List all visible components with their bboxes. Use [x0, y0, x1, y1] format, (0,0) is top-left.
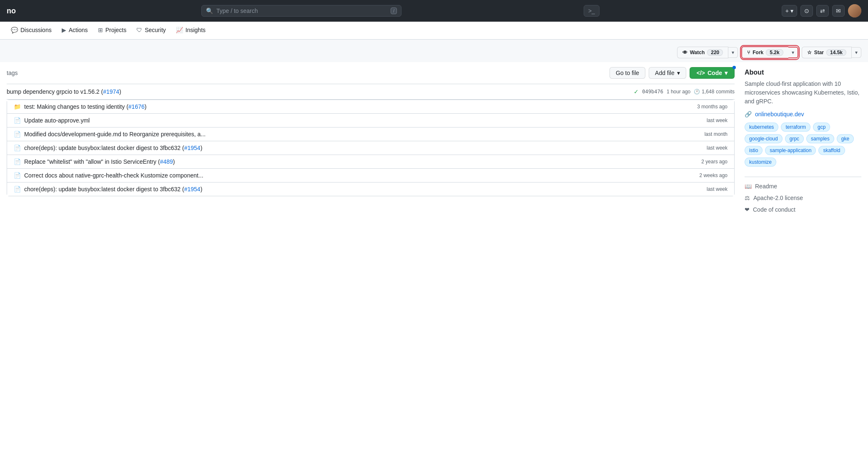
folder-icon: 📁 — [14, 103, 21, 110]
meta-section: 📖 Readme ⚖ Apache-2.0 license ❤ Code of … — [745, 180, 861, 215]
fork-icon: ⑂ — [747, 50, 750, 55]
repo-actions: 👁 Watch 220 ▾ ⑂ Fork 5.2k ▾ ☆ Star 14.5k… — [0, 40, 868, 62]
about-description: Sample cloud-first application with 10 m… — [745, 80, 861, 106]
tag-skaffold[interactable]: skaffold — [818, 146, 845, 155]
fork-label: Fork — [753, 50, 763, 55]
watch-arrow[interactable]: ▾ — [728, 47, 738, 58]
security-icon: 🛡 — [136, 27, 142, 33]
subnav-item-actions[interactable]: ▶ Actions — [58, 22, 92, 39]
star-button[interactable]: ☆ Star 14.5k — [802, 47, 852, 58]
commit-history[interactable]: 🕐 1,648 commits — [694, 89, 735, 95]
subnav-item-security[interactable]: 🛡 Security — [132, 22, 170, 39]
tag-kustomize[interactable]: kustomize — [745, 158, 776, 167]
terminal-button[interactable]: >_ — [584, 5, 600, 17]
file-toolbar: tags Go to file Add file ▾ </> Code ▾ — [7, 62, 735, 84]
tag-gcp[interactable]: gcp — [813, 122, 830, 132]
tags-container: kubernetes terraform gcp google-cloud gr… — [745, 122, 861, 167]
go-to-file-button[interactable]: Go to file — [610, 67, 645, 79]
commit-hash[interactable]: 049b476 — [642, 89, 663, 95]
tag-grpc[interactable]: grpc — [785, 134, 804, 143]
subnav-label-actions: Actions — [69, 27, 88, 33]
subnav-item-insights[interactable]: 📈 Insights — [172, 22, 210, 39]
file-name[interactable]: Modified docs/development-guide.md to Re… — [24, 131, 701, 138]
star-arrow[interactable]: ▾ — [852, 47, 861, 58]
main-content: tags Go to file Add file ▾ </> Code ▾ bu… — [0, 62, 868, 232]
subnav-item-discussions[interactable]: 💬 Discussions — [7, 22, 56, 39]
file-name[interactable]: test: Making changes to testing identity… — [24, 103, 694, 110]
subnav-item-projects[interactable]: ⊞ Projects — [94, 22, 131, 39]
pr-button[interactable]: ⇄ — [816, 5, 829, 17]
website-label: onlineboutique.dev — [755, 111, 804, 118]
fork-arrow[interactable]: ▾ — [788, 47, 798, 58]
file-name[interactable]: Replace "whitelist" with "allow" in Isti… — [24, 158, 698, 165]
file-name[interactable]: Correct docs about native-gprc-health-ch… — [24, 172, 696, 179]
subnav-label-security: Security — [145, 27, 166, 33]
website-link[interactable]: 🔗 onlineboutique.dev — [745, 111, 861, 118]
search-icon: 🔍 — [206, 8, 213, 14]
file-name[interactable]: chore(deps): update busybox:latest docke… — [24, 186, 703, 192]
commit-message: bump dependency grpcio to v1.56.2 (#1974… — [7, 88, 630, 95]
subnav-label-projects: Projects — [105, 27, 127, 33]
file-item: 📄 Modified docs/development-guide.md to … — [7, 128, 734, 141]
code-chevron: ▾ — [725, 70, 728, 76]
history-count: 1,648 — [702, 89, 714, 95]
star-count: 14.5k — [826, 49, 846, 56]
tag-google-cloud[interactable]: google-cloud — [745, 134, 783, 143]
file-pr-link[interactable]: #1676 — [128, 103, 145, 110]
search-bar[interactable]: 🔍 Type / to search / — [201, 5, 401, 17]
add-file-button[interactable]: Add file ▾ — [649, 67, 686, 79]
star-label: Star — [814, 50, 824, 55]
actions-icon: ▶ — [62, 27, 66, 33]
chevron-icon: ▾ — [790, 8, 793, 14]
watch-button[interactable]: 👁 Watch 220 — [677, 47, 729, 58]
history-icon: 🕐 — [694, 89, 700, 95]
history-label: commits — [716, 89, 735, 95]
file-pr-link[interactable]: #1954 — [184, 145, 201, 151]
header-actions: + ▾ ⊙ ⇄ ✉ — [782, 4, 861, 18]
tag-gke[interactable]: gke — [837, 134, 854, 143]
discussions-icon: 💬 — [11, 27, 18, 33]
avatar[interactable] — [848, 4, 861, 18]
readme-item[interactable]: 📖 Readme — [745, 180, 861, 192]
tags-label: tags — [7, 70, 18, 76]
new-button[interactable]: + ▾ — [782, 5, 797, 17]
watch-icon: 👁 — [682, 50, 687, 55]
issues-icon: ⊙ — [804, 8, 809, 14]
inbox-button[interactable]: ✉ — [832, 5, 845, 17]
fork-button[interactable]: ⑂ Fork 5.2k — [741, 46, 788, 59]
subnav-label-insights: Insights — [186, 27, 206, 33]
tag-terraform[interactable]: terraform — [781, 122, 810, 132]
tag-sample-application[interactable]: sample-application — [765, 146, 816, 155]
issues-button[interactable]: ⊙ — [800, 5, 813, 17]
search-text: Type / to search — [216, 8, 387, 14]
file-time: last week — [707, 118, 728, 123]
code-button[interactable]: </> Code ▾ — [690, 67, 735, 79]
file-icon: 📄 — [14, 145, 21, 151]
avatar-image — [848, 4, 861, 18]
coc-label: Code of conduct — [753, 206, 795, 213]
commit-row: bump dependency grpcio to v1.56.2 (#1974… — [7, 84, 735, 100]
watch-label: Watch — [690, 50, 705, 55]
code-notification-dot — [733, 66, 736, 69]
tag-istio[interactable]: istio — [745, 146, 763, 155]
header: no 🔍 Type / to search / >_ + ▾ ⊙ ⇄ ✉ — [0, 0, 868, 22]
code-of-conduct-item[interactable]: ❤ Code of conduct — [745, 204, 861, 215]
subnav: 💬 Discussions ▶ Actions ⊞ Projects 🛡 Sec… — [0, 22, 868, 40]
add-file-chevron: ▾ — [677, 70, 680, 76]
file-pr-link[interactable]: #489 — [160, 158, 173, 165]
file-name[interactable]: Update auto-approve.yml — [24, 117, 703, 124]
file-item: 📄 chore(deps): update busybox:latest doc… — [7, 141, 734, 155]
about-title: About — [745, 69, 861, 76]
readme-icon: 📖 — [745, 183, 752, 190]
tag-kubernetes[interactable]: kubernetes — [745, 122, 778, 132]
license-item[interactable]: ⚖ Apache-2.0 license — [745, 192, 861, 204]
watch-count: 220 — [707, 49, 723, 56]
sidebar: About Sample cloud-first application wit… — [745, 62, 861, 225]
file-name[interactable]: chore(deps): update busybox:latest docke… — [24, 145, 703, 151]
tag-samples[interactable]: samples — [806, 134, 834, 143]
file-time: last week — [707, 186, 728, 192]
file-pr-link[interactable]: #1954 — [184, 186, 201, 192]
file-list: 📁 test: Making changes to testing identi… — [7, 100, 735, 196]
license-icon: ⚖ — [745, 195, 750, 201]
commit-pr-link[interactable]: #1974 — [103, 88, 119, 95]
